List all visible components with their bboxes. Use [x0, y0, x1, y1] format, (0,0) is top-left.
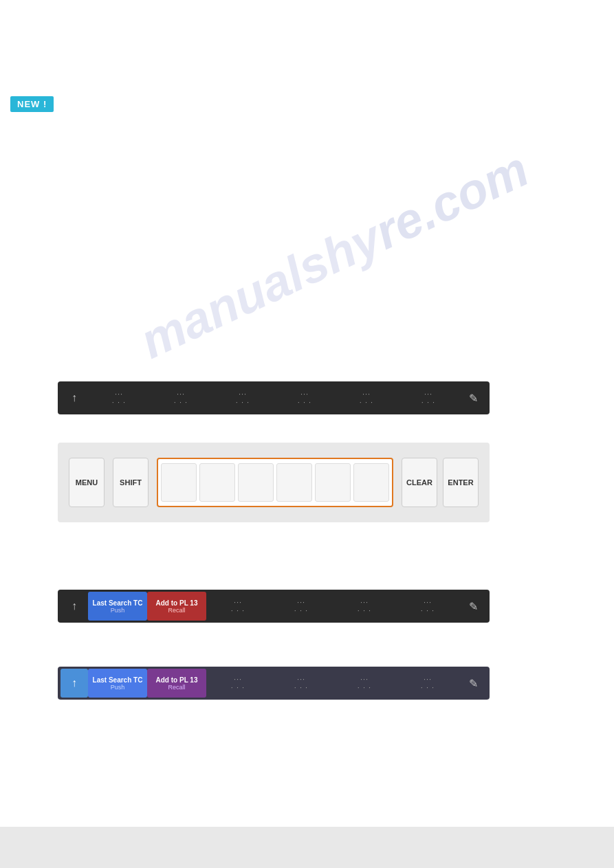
- slot2-top: ···: [177, 390, 185, 398]
- last-search-sub: Push: [111, 607, 125, 614]
- toolbar3-slot-1[interactable]: ··· · · ·: [206, 669, 270, 698]
- toolbar3-edit-button[interactable]: ✎: [459, 669, 487, 698]
- edit-icon: ✎: [469, 392, 478, 405]
- t3s3-bottom: · · ·: [358, 683, 371, 691]
- toolbar1-slot-6[interactable]: ··· · · ·: [397, 383, 459, 412]
- keypad-input-area[interactable]: [157, 458, 393, 507]
- keypad-panel: MENU SHIFT CLEAR ENTER: [58, 443, 490, 522]
- t3s1-top: ···: [234, 675, 242, 683]
- footer-bar: [0, 827, 614, 868]
- toolbar1-up-button[interactable]: ↑: [61, 383, 88, 412]
- toolbar3-slot-4[interactable]: ··· · · ·: [396, 669, 459, 698]
- t3s3-top: ···: [360, 675, 369, 683]
- toolbar1-slot-1[interactable]: ··· · · ·: [88, 383, 150, 412]
- toolbar3-last-search-button[interactable]: Last Search TC Push: [88, 669, 147, 698]
- enter-button[interactable]: ENTER: [443, 458, 479, 507]
- edit-icon-3: ✎: [469, 677, 478, 690]
- toolbar3-slot-3[interactable]: ··· · · ·: [333, 669, 396, 698]
- up-arrow-icon-3: ↑: [72, 677, 77, 689]
- shift-button[interactable]: SHIFT: [113, 458, 149, 507]
- toolbar3-add-playlist-label: Add to PL 13: [156, 676, 198, 684]
- t2s4-bottom: · · ·: [421, 606, 435, 614]
- toolbar2-edit-button[interactable]: ✎: [459, 592, 487, 621]
- toolbar1-edit-button[interactable]: ✎: [459, 383, 487, 412]
- enter-label: ENTER: [448, 478, 473, 487]
- new-badge: NEW !: [10, 96, 54, 112]
- slot6-top: ···: [424, 390, 432, 398]
- slot4-top: ···: [300, 390, 309, 398]
- toolbar2-add-playlist-button[interactable]: Add to PL 13 Recall: [147, 592, 206, 621]
- menu-button[interactable]: MENU: [69, 458, 105, 507]
- toolbar3-add-playlist-button[interactable]: Add to PL 13 Recall: [147, 669, 206, 698]
- t2s4-top: ···: [424, 598, 432, 606]
- t2s3-bottom: · · ·: [358, 606, 371, 614]
- slot5-top: ···: [362, 390, 371, 398]
- slot2-bottom: · · ·: [174, 398, 188, 406]
- toolbar3-slot-2[interactable]: ··· · · ·: [270, 669, 333, 698]
- toolbar-strip-3: ↑ Last Search TC Push Add to PL 13 Recal…: [58, 667, 490, 700]
- toolbar1-slot-3[interactable]: ··· · · ·: [212, 383, 274, 412]
- keypad-cell-1: [161, 463, 197, 502]
- t3s2-bottom: · · ·: [294, 683, 308, 691]
- t3s2-top: ···: [297, 675, 305, 683]
- toolbar2-last-search-button[interactable]: Last Search TC Push: [88, 592, 147, 621]
- t3s4-bottom: · · ·: [421, 683, 435, 691]
- toolbar3-up-button[interactable]: ↑: [61, 669, 88, 698]
- toolbar3-last-search-sub: Push: [111, 684, 125, 691]
- slot4-bottom: · · ·: [298, 398, 311, 406]
- toolbar3-last-search-label: Last Search TC: [93, 676, 143, 684]
- up-arrow-icon: ↑: [72, 392, 77, 404]
- keypad-right-buttons: CLEAR ENTER: [402, 458, 479, 507]
- menu-label: MENU: [76, 478, 98, 487]
- t2s3-top: ···: [360, 598, 369, 606]
- slot5-bottom: · · ·: [360, 398, 373, 406]
- keypad-cell-3: [238, 463, 274, 502]
- toolbar2-slot-1[interactable]: ··· · · ·: [206, 592, 270, 621]
- slot3-bottom: · · ·: [236, 398, 250, 406]
- slot1-top: ···: [115, 390, 123, 398]
- slot6-bottom: · · ·: [421, 398, 435, 406]
- t2s2-bottom: · · ·: [294, 606, 308, 614]
- t2s1-bottom: · · ·: [231, 606, 245, 614]
- keypad-cell-6: [353, 463, 389, 502]
- t2s2-top: ···: [297, 598, 305, 606]
- toolbar1-slot-4[interactable]: ··· · · ·: [274, 383, 336, 412]
- keypad-cell-4: [276, 463, 312, 502]
- toolbar2-up-button[interactable]: ↑: [61, 592, 88, 621]
- add-playlist-label: Add to PL 13: [156, 599, 198, 607]
- keypad-cell-5: [315, 463, 351, 502]
- t3s1-bottom: · · ·: [231, 683, 245, 691]
- toolbar2-slot-3[interactable]: ··· · · ·: [333, 592, 396, 621]
- last-search-label: Last Search TC: [93, 599, 143, 607]
- clear-button[interactable]: CLEAR: [402, 458, 437, 507]
- shift-label: SHIFT: [120, 478, 142, 487]
- edit-icon-2: ✎: [469, 600, 478, 613]
- t2s1-top: ···: [234, 598, 242, 606]
- toolbar-strip-1: ↑ ··· · · · ··· · · · ··· · · · ··· · · …: [58, 381, 490, 414]
- toolbar3-add-playlist-sub: Recall: [168, 684, 185, 691]
- toolbar2-slot-4[interactable]: ··· · · ·: [396, 592, 459, 621]
- t3s4-top: ···: [424, 675, 432, 683]
- toolbar2-slot-2[interactable]: ··· · · ·: [270, 592, 333, 621]
- up-arrow-icon-2: ↑: [72, 600, 77, 612]
- toolbar1-slot-5[interactable]: ··· · · ·: [336, 383, 397, 412]
- toolbar-strip-2: ↑ Last Search TC Push Add to PL 13 Recal…: [58, 590, 490, 623]
- clear-label: CLEAR: [406, 478, 432, 487]
- add-playlist-sub: Recall: [168, 607, 185, 614]
- watermark: manualshyre.com: [131, 140, 537, 369]
- keypad-cell-2: [199, 463, 235, 502]
- slot1-bottom: · · ·: [112, 398, 126, 406]
- slot3-top: ···: [239, 390, 247, 398]
- toolbar1-slot-2[interactable]: ··· · · ·: [150, 383, 212, 412]
